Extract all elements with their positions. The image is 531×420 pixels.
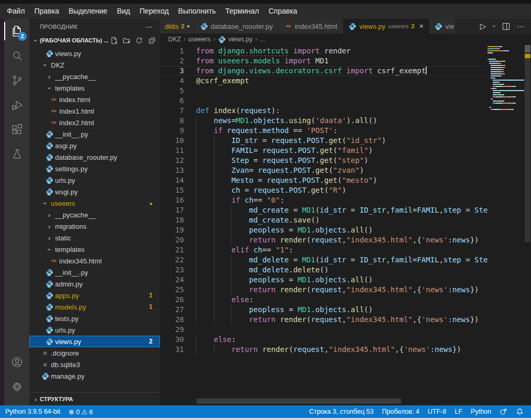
tree-item-index1.html[interactable]: <>index1.html <box>29 105 160 117</box>
menu-item-Выполнить[interactable]: Выполнить <box>174 4 221 19</box>
status-problems[interactable]: ⊗ 0 ⚠ 6 <box>69 408 93 416</box>
code-line-17[interactable]: 17md_create = MD1(id_str = ID_str,famil=… <box>160 205 487 215</box>
code-line-25[interactable]: 25return render(request,"index345.html",… <box>160 285 487 295</box>
status-feedback[interactable] <box>500 408 507 416</box>
testing-icon[interactable] <box>4 142 29 167</box>
tree-item-urls.py[interactable]: urls.py <box>29 174 160 186</box>
tree-item-__pycache__[interactable]: ›__pycache__ <box>29 209 160 220</box>
tree-item-__init__.py[interactable]: __init__.py <box>29 128 160 140</box>
tree-item-index2.html[interactable]: <>index2.html <box>29 117 160 128</box>
more-actions-icon[interactable]: ⋯ <box>517 22 525 30</box>
menu-item-Правка[interactable]: Правка <box>29 4 63 19</box>
code-line-30[interactable]: 30else: <box>160 335 487 345</box>
tree-item-urls.py[interactable]: urls.py <box>29 324 160 336</box>
run-python-file-icon[interactable]: ▷ <box>480 21 486 31</box>
tree-item-views.py[interactable]: views.py <box>29 48 160 59</box>
code-line-26[interactable]: 26else: <box>160 295 487 305</box>
status-encoding[interactable]: UTF-8 <box>428 408 446 415</box>
tab-diiits[interactable]: diiits2● <box>160 19 194 34</box>
breadcrumb-item-DKZ[interactable]: DKZ <box>168 36 181 43</box>
menu-item-Выделение[interactable]: Выделение <box>64 4 112 19</box>
code-line-12[interactable]: 12Step = request.POST.get("step") <box>160 156 487 165</box>
code-line-5[interactable]: 5 <box>160 86 487 96</box>
tree-item-settings.py[interactable]: settings.py <box>29 163 160 174</box>
tree-item-DKZ[interactable]: ›DKZ <box>29 59 160 71</box>
more-actions-icon[interactable]: ⋯ <box>146 23 154 31</box>
menu-item-Файл[interactable]: Файл <box>2 4 29 19</box>
code-line-29[interactable]: 29 <box>160 325 487 335</box>
tree-item-manage.py[interactable]: manage.py <box>29 370 160 382</box>
new-folder-icon[interactable] <box>123 37 131 45</box>
new-file-icon[interactable] <box>110 37 118 45</box>
split-editor-icon[interactable] <box>503 23 510 30</box>
tree-item-db.sqlite3[interactable]: ≡db.sqlite3 <box>29 359 160 370</box>
settings-gear-icon[interactable] <box>4 374 29 399</box>
code-line-2[interactable]: 2from useeers.models import MD1 <box>160 56 487 66</box>
outline-section-header[interactable]: › СТРУКТУРА <box>29 392 160 405</box>
vertical-scrollbar[interactable] <box>524 45 531 405</box>
code-editor[interactable]: 1from django.shortcuts import render2fro… <box>160 45 531 405</box>
close-icon[interactable]: × <box>419 22 424 30</box>
extensions-icon[interactable] <box>4 117 29 142</box>
code-line-19[interactable]: 19peopless = MD1.objects.all() <box>160 225 487 235</box>
account-icon[interactable] <box>4 350 29 374</box>
status-cursor-position[interactable]: Строка 3, столбец 53 <box>309 408 374 415</box>
code-line-6[interactable]: 6 <box>160 96 487 106</box>
code-line-23[interactable]: 23md_delete.delete() <box>160 265 487 275</box>
tab-database_roouter.py[interactable]: database_roouter.py <box>194 19 279 34</box>
tab-index345.html[interactable]: <>index345.html <box>279 19 343 34</box>
minimap[interactable] <box>487 46 524 111</box>
tree-item-admin.py[interactable]: admin.py <box>29 278 160 290</box>
tree-item-wsgi.py[interactable]: wsgi.py <box>29 186 160 197</box>
tree-item-useeers[interactable]: ›useeers● <box>29 197 160 209</box>
code-line-27[interactable]: 27peopless = MD1.objects.all() <box>160 305 487 315</box>
tree-item-asgi.py[interactable]: asgi.py <box>29 140 160 151</box>
status-python-interpreter[interactable]: Python 3.9.5 64-bit <box>5 408 60 415</box>
run-dropdown-icon[interactable]: › <box>491 25 497 27</box>
horizontal-scrollbar[interactable] <box>197 399 401 404</box>
collapse-all-icon[interactable] <box>148 37 156 45</box>
code-line-4[interactable]: 4@csrf_exempt <box>160 76 487 86</box>
code-line-20[interactable]: 20return render(request,"index345.html",… <box>160 235 487 245</box>
status-notifications[interactable] <box>516 408 524 416</box>
scrollbar-thumb[interactable] <box>525 45 530 242</box>
code-line-16[interactable]: 16if ch== "0": <box>160 195 487 205</box>
status-language-mode[interactable]: Python <box>471 408 491 415</box>
code-line-10[interactable]: 10ID_str = request.POST.get("id_str") <box>160 136 487 146</box>
tree-item-__pycache__[interactable]: ›__pycache__ <box>29 71 160 82</box>
menu-item-Вид[interactable]: Вид <box>112 4 135 19</box>
code-line-21[interactable]: 21elif ch== "1": <box>160 245 487 255</box>
tree-item-static[interactable]: ›static <box>29 232 160 244</box>
code-line-31[interactable]: 31return render(request,"index345.html",… <box>160 345 487 355</box>
run-debug-icon[interactable] <box>4 93 29 117</box>
code-line-15[interactable]: 15ch = request.POST.get("R") <box>160 185 487 195</box>
code-line-9[interactable]: 9if request.method == 'POST': <box>160 126 487 136</box>
code-line-28[interactable]: 28return render(request,"index345.html",… <box>160 315 487 325</box>
code-line-8[interactable]: 8news=MD1.objects.using('daata').all() <box>160 116 487 126</box>
status-indentation[interactable]: Пробелов: 4 <box>382 408 419 415</box>
tree-item-templates[interactable]: ›templates <box>29 82 160 94</box>
tree-item-index345.html[interactable]: <>index345.html <box>29 255 160 267</box>
tree-item-templates[interactable]: ›templates <box>29 244 160 255</box>
code-line-24[interactable]: 24peopless = MD1.objects.all() <box>160 275 487 285</box>
menu-item-Переход[interactable]: Переход <box>135 4 174 19</box>
menu-item-Справка[interactable]: Справка <box>264 4 302 19</box>
tree-item-database_roouter.py[interactable]: database_roouter.py <box>29 151 160 163</box>
tree-item-migrations[interactable]: ›migrations <box>29 220 160 232</box>
source-control-icon[interactable] <box>4 68 29 93</box>
code-line-18[interactable]: 18md_create.save() <box>160 215 487 225</box>
code-line-13[interactable]: 13Zvan= request.POST.get("zvan") <box>160 165 487 175</box>
tree-item-tests.py[interactable]: tests.py <box>29 313 160 324</box>
tree-item-views.py[interactable]: views.py2 <box>29 336 160 347</box>
breadcrumb-item-...[interactable]: ... <box>260 36 265 43</box>
code-line-11[interactable]: 11FAMIL= request.POST.get("famil") <box>160 146 487 156</box>
explorer-icon[interactable]: 2 <box>4 19 29 43</box>
code-line-14[interactable]: 14Mesto = request.POST.get("mesto") <box>160 175 487 185</box>
search-icon[interactable] <box>4 43 29 68</box>
breadcrumb[interactable]: DKZ›useeers›views.py›... <box>160 34 531 45</box>
workspace-section-header[interactable]: › (РАБОЧАЯ ОБЛАСТЬ) ... <box>29 34 160 47</box>
breadcrumb-item-useeers[interactable]: useeers <box>188 36 211 43</box>
code-line-1[interactable]: 1from django.shortcuts import render <box>160 46 487 56</box>
code-line-22[interactable]: 22md_delete = MD1(id_str = ID_str,famil=… <box>160 255 487 265</box>
code-line-7[interactable]: 7def index(request): <box>160 106 487 116</box>
